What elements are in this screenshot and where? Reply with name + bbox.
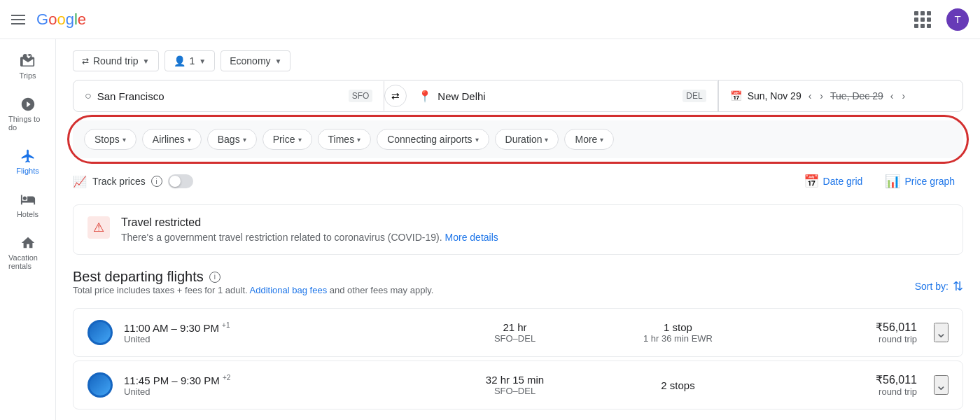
swap-button[interactable]: ⇄ — [384, 85, 407, 107]
filter-times-arrow: ▾ — [357, 136, 360, 144]
sidebar-item-vacation-rentals[interactable]: Vacation rentals — [6, 228, 50, 277]
filter-airlines-label: Airlines — [153, 134, 185, 145]
flight-airline-2: United — [124, 386, 428, 397]
filter-duration[interactable]: Duration ▾ — [495, 129, 559, 150]
filter-times-label: Times — [328, 134, 355, 145]
track-prices-info-icon[interactable]: i — [151, 176, 162, 187]
flight-time-range-1: 11:00 AM – 9:30 PM +1 — [124, 321, 428, 334]
return-date-prev[interactable]: ‹ — [889, 89, 895, 103]
filter-duration-arrow: ▾ — [545, 136, 548, 144]
sort-by-section: Sort by: ⇅ — [915, 279, 963, 294]
travel-restricted-notice: ⚠ Travel restricted There's a government… — [73, 204, 963, 255]
filter-stops-label: Stops — [94, 134, 120, 145]
sidebar-item-vacation-rentals-label: Vacation rentals — [8, 253, 47, 270]
depart-date-prev[interactable]: ‹ — [807, 89, 813, 103]
warning-icon: ⚠ — [88, 216, 110, 239]
sidebar-item-trips[interactable]: Trips — [6, 46, 50, 87]
flight-price-type-2: round trip — [765, 386, 917, 397]
track-prices-chart-icon: 📈 — [73, 175, 87, 188]
origin-input[interactable] — [97, 90, 343, 102]
sort-icon[interactable]: ⇅ — [953, 279, 963, 294]
passengers-dropdown[interactable]: 👤 1 ▼ — [164, 50, 216, 71]
flight-price-2: ₹56,011 round trip — [765, 373, 917, 397]
cabin-class-label: Economy — [230, 55, 270, 66]
price-graph-icon: 📊 — [885, 174, 900, 189]
flight-price-main-2: ₹56,011 — [765, 373, 917, 386]
flight-row-2[interactable]: 11:45 PM – 9:30 PM +2 United 32 hr 15 mi… — [73, 360, 963, 410]
filter-bags-label: Bags — [218, 134, 240, 145]
flight-row[interactable]: 11:00 AM – 9:30 PM +1 United 21 hr SFO–D… — [73, 308, 963, 357]
search-section: ⇄ Round trip ▼ 👤 1 ▼ Economy ▼ ○ — [73, 50, 963, 158]
origin-code: SFO — [349, 90, 373, 102]
filter-more[interactable]: More ▾ — [564, 129, 614, 150]
travel-notice-desc: There's a government travel restriction … — [121, 232, 498, 243]
track-prices-toggle[interactable] — [168, 174, 193, 188]
filter-stops[interactable]: Stops ▾ — [84, 129, 136, 150]
track-prices-label: Track prices — [92, 176, 146, 187]
flight-price-1: ₹56,011 round trip — [765, 321, 917, 344]
flight-route-2: SFO–DEL — [439, 386, 591, 396]
destination-code: DEL — [682, 90, 706, 102]
google-logo: Google — [36, 10, 86, 29]
additional-fees-link[interactable]: Additional bag fees — [250, 285, 328, 295]
destination-icon: 📍 — [418, 90, 432, 103]
depart-date-next[interactable]: › — [818, 89, 825, 103]
price-graph-button[interactable]: 📊 Price graph — [876, 169, 963, 193]
flight-expand-1[interactable]: ⌄ — [934, 323, 948, 342]
flight-duration-1: 21 hr SFO–DEL — [439, 321, 591, 344]
section-info-icon[interactable]: i — [209, 272, 220, 283]
depart-date: Sun, Nov 29 — [748, 90, 802, 102]
sidebar-item-flights[interactable]: Flights — [6, 141, 50, 182]
depart-date-field[interactable]: 📅 Sun, Nov 29 ‹ › Tue, Dec 29 ‹ › — [718, 80, 962, 111]
sidebar-item-hotels-label: Hotels — [17, 210, 38, 218]
flight-search-bar: ○ SFO ⇄ 📍 DEL 📅 Sun, Nov 29 ‹ › — [73, 80, 963, 112]
sort-by-label: Sort by: — [915, 281, 948, 292]
trip-controls: ⇄ Round trip ▼ 👤 1 ▼ Economy ▼ — [73, 50, 963, 71]
flight-dur-main-2: 32 hr 15 min — [439, 374, 591, 386]
flight-route-1: SFO–DEL — [439, 333, 591, 344]
filter-bags-arrow: ▾ — [243, 136, 246, 144]
destination-input[interactable] — [438, 90, 677, 102]
flight-stop-main-1: 1 stop — [602, 321, 754, 333]
main-content: ⇄ Round trip ▼ 👤 1 ▼ Economy ▼ ○ — [56, 39, 980, 420]
airline-logo-1 — [88, 320, 113, 345]
filter-more-label: More — [575, 134, 597, 145]
filter-bar: Stops ▾ Airlines ▾ Bags ▾ Price ▾ Times — [73, 120, 963, 158]
section-title-area: Best departing flights i Total price inc… — [73, 269, 433, 304]
travel-notice-content: Travel restricted There's a government t… — [121, 216, 498, 243]
origin-field[interactable]: ○ SFO — [74, 81, 384, 111]
flight-stop-detail-1: 1 hr 36 min EWR — [602, 333, 754, 344]
avatar[interactable]: T — [946, 8, 969, 31]
trip-type-dropdown[interactable]: ⇄ Round trip ▼ — [73, 50, 159, 71]
price-graph-label: Price graph — [904, 176, 955, 187]
date-grid-button[interactable]: 📅 Date grid — [795, 169, 872, 193]
filter-airlines[interactable]: Airlines ▾ — [142, 129, 202, 150]
sidebar: Trips Things to do Flights Hotels Vacati… — [0, 39, 56, 420]
return-date-next[interactable]: › — [900, 89, 906, 103]
top-bar: Google T — [0, 0, 980, 39]
flight-time-range-2: 11:45 PM – 9:30 PM +2 — [124, 374, 428, 386]
travel-notice-link[interactable]: More details — [445, 232, 498, 243]
calendar-icon: 📅 — [730, 90, 742, 102]
sidebar-item-hotels[interactable]: Hotels — [6, 185, 50, 225]
flight-expand-2[interactable]: ⌄ — [934, 375, 948, 395]
cabin-class-dropdown[interactable]: Economy ▼ — [220, 50, 290, 71]
section-title: Best departing flights i — [73, 269, 433, 285]
section-title-row: Best departing flights i Total price inc… — [73, 269, 963, 304]
filter-connecting-airports[interactable]: Connecting airports ▾ — [377, 129, 489, 150]
menu-button[interactable] — [11, 15, 25, 24]
filter-times[interactable]: Times ▾ — [318, 129, 372, 150]
trip-type-arrow: ▼ — [143, 57, 150, 65]
filter-price[interactable]: Price ▾ — [262, 129, 312, 150]
flight-stops-1: 1 stop 1 hr 36 min EWR — [602, 321, 754, 344]
passengers-arrow: ▼ — [199, 57, 206, 65]
warning-triangle-icon: ⚠ — [93, 220, 104, 235]
filter-duration-label: Duration — [505, 134, 542, 145]
filter-bags[interactable]: Bags ▾ — [207, 129, 257, 150]
flights-list: 11:00 AM – 9:30 PM +1 United 21 hr SFO–D… — [73, 308, 963, 412]
sidebar-item-things-to-do[interactable]: Things to do — [6, 90, 50, 139]
destination-field[interactable]: 📍 DEL — [407, 81, 718, 111]
flight-stop-main-2: 2 stops — [602, 379, 754, 391]
apps-icon[interactable] — [910, 7, 935, 32]
flight-airline-1: United — [124, 334, 428, 344]
